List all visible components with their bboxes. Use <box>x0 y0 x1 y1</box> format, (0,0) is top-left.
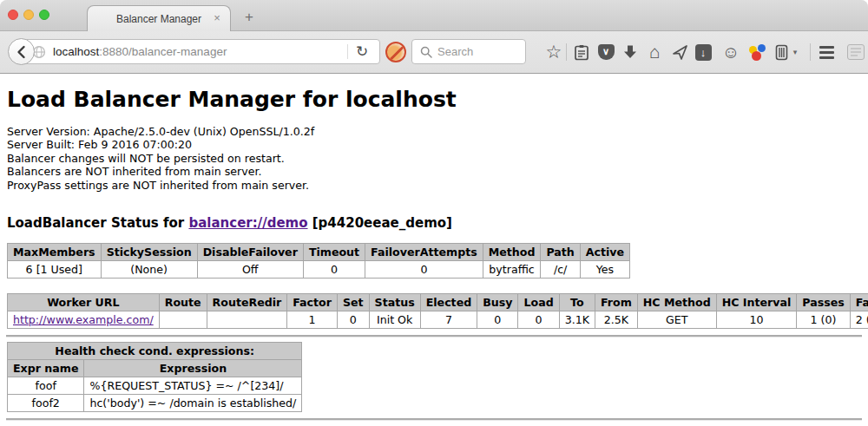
table-row: 6 [1 Used] (None) Off 0 0 bytraffic /c/ … <box>8 261 630 279</box>
download-arrow-icon <box>623 44 637 60</box>
tab-title: Balancer Manager <box>116 13 201 25</box>
table-row: http://www.example.com/ 1 0 Init Ok 7 0 … <box>8 311 868 329</box>
col-busy: Busy <box>477 294 518 311</box>
cell-failoverattempts: 0 <box>365 261 483 279</box>
colored-dots-icon <box>748 43 766 61</box>
status-suffix: [p4420eeae_demo] <box>308 215 452 231</box>
window-close-button[interactable] <box>8 10 18 20</box>
tab-close-icon[interactable]: × <box>210 11 224 25</box>
star-icon: ☆ <box>546 40 562 64</box>
col-routeredir: RouteRedir <box>207 294 287 311</box>
navigation-toolbar: localhost:8880/balancer-manager ↻ Search… <box>0 31 868 74</box>
cell-set: 0 <box>337 311 369 329</box>
adblock-extension-icon[interactable] <box>385 42 406 62</box>
search-bar[interactable]: Search <box>411 39 526 64</box>
cell-route <box>159 311 207 329</box>
cell-stickysession: (None) <box>101 261 197 279</box>
server-info: Server Version: Apache/2.5.0-dev (Unix) … <box>7 125 861 192</box>
col-hc-interval: HC Interval <box>716 294 797 311</box>
cell-from: 2.5K <box>595 311 637 329</box>
cell-passes: 1 (0) <box>797 311 850 329</box>
new-tab-button[interactable]: + <box>240 7 259 28</box>
inherit-notice-line: Balancers are NOT inherited from main se… <box>7 165 861 178</box>
reading-list-button[interactable] <box>569 40 594 64</box>
table-header-row: Worker URL Route RouteRedir Factor Set S… <box>8 294 868 311</box>
cell-elected: 7 <box>420 311 477 329</box>
persist-notice-line: Balancer changes will NOT be persisted o… <box>7 152 861 165</box>
clipboard-icon <box>574 44 589 61</box>
cell-active: Yes <box>580 261 629 279</box>
container-icon <box>775 44 788 61</box>
cell-method: bytraffic <box>483 261 541 279</box>
reload-button[interactable]: ↻ <box>351 40 373 63</box>
server-version-line: Server Version: Apache/2.5.0-dev (Unix) … <box>7 125 861 138</box>
server-built-line: Server Built: Feb 9 2016 07:00:20 <box>7 138 861 151</box>
home-icon: ⌂ <box>649 42 661 62</box>
home-button[interactable]: ⌂ <box>642 40 667 64</box>
col-status: Status <box>369 294 420 311</box>
download-manager-extension-button[interactable]: ↓ <box>691 40 715 64</box>
cell-busy: 0 <box>477 311 518 329</box>
grid-icon <box>847 44 865 60</box>
cell-path: /c/ <box>541 261 580 279</box>
cell-expression: hc('body') =~ /domain is established/ <box>84 395 302 412</box>
cell-worker-url: http://www.example.com/ <box>8 311 160 329</box>
tab-groups-button[interactable] <box>844 40 868 64</box>
cell-expr-name: foof <box>8 377 84 395</box>
url-text[interactable]: localhost:8880/balancer-manager <box>53 45 227 58</box>
col-to: To <box>559 294 595 311</box>
cell-expr-name: foof2 <box>8 395 84 412</box>
back-button[interactable] <box>8 38 35 65</box>
downloads-button[interactable] <box>618 40 642 64</box>
cell-load: 0 <box>518 311 559 329</box>
bookmark-star-button[interactable]: ☆ <box>542 40 566 64</box>
browser-chrome: Balancer Manager × + localhost:8880/bala… <box>0 0 868 74</box>
col-expr-name: Expr name <box>8 360 84 377</box>
cell-status: Init Ok <box>369 311 420 329</box>
table-header-row: Expr name Expression <box>8 360 302 377</box>
table-row: foof2 hc('body') =~ /domain is establish… <box>8 395 302 412</box>
worker-url-link[interactable]: http://www.example.com/ <box>13 313 154 326</box>
send-tab-button[interactable] <box>667 40 692 64</box>
cell-factor: 1 <box>287 311 338 329</box>
col-failoverattempts: FailoverAttempts <box>365 244 483 261</box>
col-expression: Expression <box>84 360 302 377</box>
col-hc-method: HC Method <box>637 294 716 311</box>
search-placeholder: Search <box>437 45 473 58</box>
container-dropdown-button[interactable]: ▾ <box>788 40 802 64</box>
health-check-caption: Health check cond. expressions: <box>8 343 302 360</box>
loadbalancer-status-heading: LoadBalancer Status for balancer://demo … <box>7 215 861 231</box>
col-fails: Fails <box>850 294 868 311</box>
col-set: Set <box>337 294 369 311</box>
page-title: Load Balancer Manager for localhost <box>7 87 861 112</box>
col-active: Active <box>580 244 629 261</box>
pocket-icon: ∨ <box>598 44 615 60</box>
health-check-table: Health check cond. expressions: Expr nam… <box>7 342 302 412</box>
colored-dots-extension-button[interactable] <box>745 40 769 64</box>
pocket-button[interactable]: ∨ <box>594 40 618 64</box>
chevron-down-icon: ▾ <box>793 48 798 56</box>
cell-timeout: 0 <box>303 261 365 279</box>
page-content: Load Balancer Manager for localhost Serv… <box>0 75 868 426</box>
cell-fails: 2 (0) <box>850 311 868 329</box>
square-download-icon: ↓ <box>695 44 712 61</box>
col-factor: Factor <box>287 294 338 311</box>
tab-strip: Balancer Manager × + <box>0 0 868 31</box>
cell-disablefailover: Off <box>197 261 303 279</box>
search-icon <box>420 46 432 58</box>
smiley-icon: ☺ <box>722 43 740 62</box>
window-minimize-button[interactable] <box>23 10 34 20</box>
feedback-extension-button[interactable]: ☺ <box>719 40 743 64</box>
url-host: localhost <box>53 45 99 58</box>
cell-routeredir <box>207 311 287 329</box>
cell-expression: %{REQUEST_STATUS} =~ /^[234]/ <box>84 377 302 395</box>
col-disablefailover: DisableFailover <box>197 244 303 261</box>
url-bar[interactable]: localhost:8880/balancer-manager ↻ <box>21 39 380 64</box>
window-zoom-button[interactable] <box>39 10 49 20</box>
balancer-demo-link[interactable]: balancer://demo <box>188 215 307 231</box>
tab-balancer-manager[interactable]: Balancer Manager × <box>87 5 231 31</box>
col-route: Route <box>159 294 207 311</box>
hamburger-menu-icon <box>819 46 834 59</box>
browser-window: Balancer Manager × + localhost:8880/bala… <box>0 0 868 426</box>
menu-button[interactable] <box>814 40 838 64</box>
